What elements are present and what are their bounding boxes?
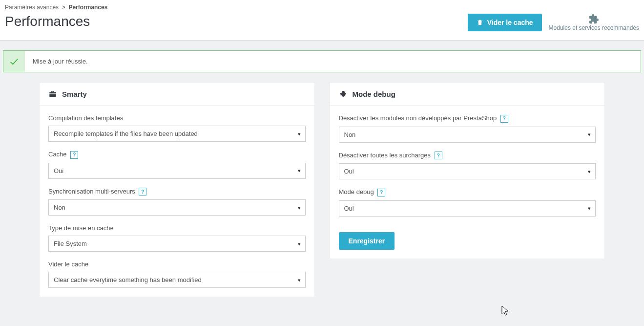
clear-cache-button[interactable]: Vider le cache (468, 14, 542, 31)
template-compilation-select[interactable]: Recompile templates if the files have be… (48, 126, 306, 142)
page-title: Performances (5, 14, 90, 29)
debug-mode-label: Mode debug ? (339, 188, 596, 196)
help-icon[interactable]: ? (435, 152, 442, 159)
cache-select[interactable]: Oui (48, 163, 306, 179)
debug-panel: Mode debug Désactiver les modules non dé… (330, 82, 605, 259)
save-button[interactable]: Enregistrer (339, 232, 395, 250)
breadcrumb: Paramètres avancés > Performances (5, 4, 639, 11)
help-icon[interactable]: ? (139, 188, 146, 196)
debug-mode-select[interactable]: Oui (339, 200, 596, 217)
modules-recommended-link[interactable]: Modules et services recommandés (549, 14, 639, 31)
cache-label: Cache ? (48, 151, 306, 159)
briefcase-icon (48, 89, 57, 98)
breadcrumb-parent[interactable]: Paramètres avancés (5, 4, 59, 11)
disable-non-ps-select[interactable]: Non (339, 127, 596, 143)
disable-overrides-label: Désactiver toutes les surcharges ? (339, 152, 596, 160)
clear-cache-label: Vider le cache (48, 261, 306, 268)
puzzle-icon (588, 14, 599, 24)
cache-type-select[interactable]: File System (48, 236, 306, 252)
success-alert-text: Mise à jour réussie. (25, 51, 96, 72)
debug-panel-title: Mode debug (353, 90, 395, 98)
trash-icon (477, 19, 483, 26)
multi-server-select[interactable]: Non (48, 199, 306, 216)
check-icon (9, 56, 20, 67)
breadcrumb-current: Performances (68, 4, 107, 11)
bug-icon (339, 89, 348, 98)
help-icon[interactable]: ? (70, 151, 78, 159)
template-compilation-label: Compilation des templates (48, 114, 306, 122)
disable-non-ps-label: Désactiver les modules non développés pa… (339, 114, 596, 123)
help-icon[interactable]: ? (500, 115, 508, 123)
modules-recommended-label: Modules et services recommandés (549, 24, 639, 31)
smarty-panel: Smarty Compilation des templates Recompi… (39, 82, 315, 297)
help-icon[interactable]: ? (377, 189, 385, 196)
smarty-panel-title: Smarty (62, 90, 87, 98)
cache-type-label: Type de mise en cache (48, 224, 306, 232)
disable-overrides-select[interactable]: Oui (339, 163, 596, 179)
clear-cache-label: Vider le cache (487, 19, 533, 26)
clear-cache-select[interactable]: Clear cache everytime something has been… (48, 272, 306, 288)
multi-server-label: Synchronisation multi-serveurs ? (48, 188, 306, 196)
success-alert: Mise à jour réussie. (3, 50, 641, 72)
